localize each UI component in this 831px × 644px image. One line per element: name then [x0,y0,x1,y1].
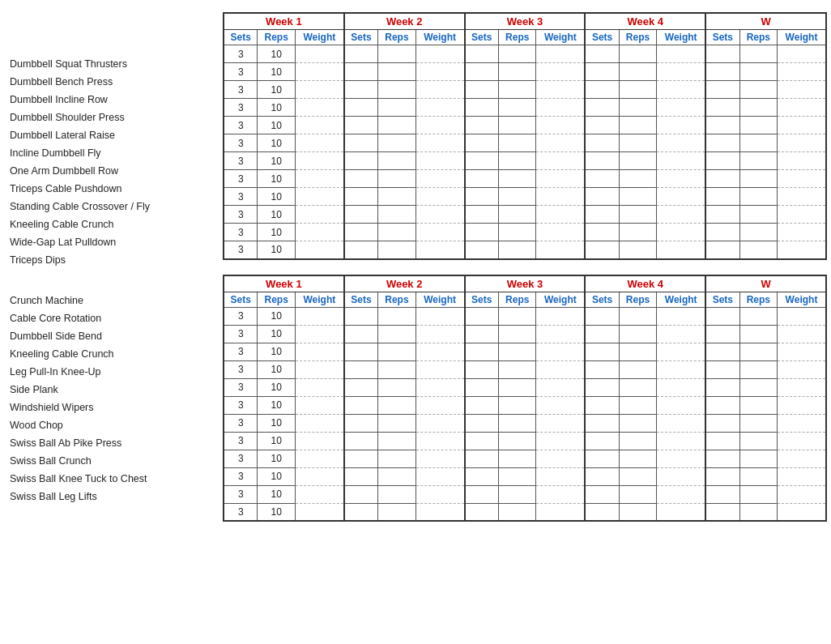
cell-reps[interactable]: 10 [258,396,295,414]
cell-weight[interactable] [416,396,464,414]
cell-sets[interactable] [465,117,499,134]
cell-reps[interactable] [619,206,656,224]
cell-reps[interactable]: 10 [258,325,295,343]
cell-sets[interactable] [344,206,378,224]
cell-reps[interactable] [619,134,656,152]
cell-weight[interactable] [657,117,705,134]
cell-weight[interactable] [416,206,464,224]
cell-reps[interactable]: 10 [258,45,295,63]
cell-sets[interactable] [705,325,739,343]
cell-sets[interactable] [705,360,739,378]
cell-weight[interactable] [416,99,464,117]
cell-sets[interactable] [705,307,739,325]
cell-reps[interactable] [378,152,416,170]
cell-reps[interactable]: 10 [258,152,295,170]
cell-reps[interactable]: 10 [258,360,295,378]
cell-weight[interactable] [536,485,585,503]
cell-weight[interactable] [657,152,705,170]
cell-reps[interactable] [739,99,777,117]
cell-reps[interactable] [739,485,777,503]
cell-reps[interactable] [499,63,536,81]
cell-weight[interactable] [778,467,826,485]
cell-weight[interactable] [657,134,705,152]
cell-weight[interactable] [778,45,826,63]
cell-sets[interactable]: 3 [224,378,258,396]
cell-reps[interactable] [739,224,777,241]
cell-reps[interactable]: 10 [258,170,295,188]
cell-sets[interactable] [465,360,499,378]
cell-reps[interactable] [619,432,656,450]
cell-reps[interactable]: 10 [258,450,295,467]
cell-sets[interactable] [344,325,378,343]
cell-sets[interactable] [585,134,619,152]
cell-weight[interactable] [295,467,343,485]
cell-sets[interactable] [705,485,739,503]
cell-weight[interactable] [536,45,585,63]
cell-weight[interactable] [778,224,826,241]
cell-weight[interactable] [778,432,826,450]
cell-reps[interactable]: 10 [258,467,295,485]
cell-reps[interactable] [378,307,416,325]
cell-reps[interactable] [378,450,416,467]
cell-weight[interactable] [536,467,585,485]
cell-sets[interactable] [465,378,499,396]
cell-weight[interactable] [295,63,343,81]
cell-weight[interactable] [416,414,464,432]
cell-reps[interactable]: 10 [258,63,295,81]
cell-weight[interactable] [536,170,585,188]
cell-reps[interactable] [619,414,656,432]
cell-weight[interactable] [536,152,585,170]
cell-sets[interactable] [585,378,619,396]
cell-reps[interactable] [619,117,656,134]
cell-sets[interactable] [705,343,739,360]
cell-weight[interactable] [657,63,705,81]
cell-sets[interactable]: 3 [224,343,258,360]
cell-reps[interactable] [619,503,656,521]
cell-reps[interactable] [499,81,536,99]
cell-sets[interactable] [465,206,499,224]
cell-reps[interactable] [499,378,536,396]
cell-weight[interactable] [657,307,705,325]
cell-weight[interactable] [657,206,705,224]
cell-reps[interactable] [739,170,777,188]
cell-reps[interactable]: 10 [258,188,295,206]
cell-weight[interactable] [657,45,705,63]
cell-reps[interactable]: 10 [258,307,295,325]
cell-weight[interactable] [657,360,705,378]
cell-weight[interactable] [536,450,585,467]
cell-sets[interactable] [465,241,499,259]
cell-reps[interactable] [499,450,536,467]
cell-weight[interactable] [416,325,464,343]
cell-reps[interactable] [739,152,777,170]
cell-reps[interactable] [499,414,536,432]
cell-reps[interactable] [619,485,656,503]
cell-sets[interactable]: 3 [224,414,258,432]
cell-weight[interactable] [295,414,343,432]
cell-weight[interactable] [657,396,705,414]
cell-weight[interactable] [778,503,826,521]
cell-sets[interactable] [344,307,378,325]
cell-weight[interactable] [778,81,826,99]
cell-reps[interactable] [499,307,536,325]
cell-sets[interactable] [585,206,619,224]
cell-weight[interactable] [416,360,464,378]
cell-reps[interactable] [499,241,536,259]
cell-weight[interactable] [657,503,705,521]
cell-weight[interactable] [416,224,464,241]
cell-sets[interactable] [465,343,499,360]
cell-weight[interactable] [536,134,585,152]
cell-sets[interactable] [465,152,499,170]
cell-weight[interactable] [657,170,705,188]
cell-reps[interactable]: 10 [258,414,295,432]
cell-sets[interactable]: 3 [224,450,258,467]
cell-sets[interactable]: 3 [224,45,258,63]
cell-reps[interactable] [378,63,416,81]
cell-sets[interactable] [585,467,619,485]
cell-sets[interactable] [585,503,619,521]
cell-weight[interactable] [657,99,705,117]
cell-reps[interactable]: 10 [258,117,295,134]
cell-sets[interactable] [705,396,739,414]
cell-sets[interactable] [465,134,499,152]
cell-weight[interactable] [295,396,343,414]
cell-weight[interactable] [536,307,585,325]
